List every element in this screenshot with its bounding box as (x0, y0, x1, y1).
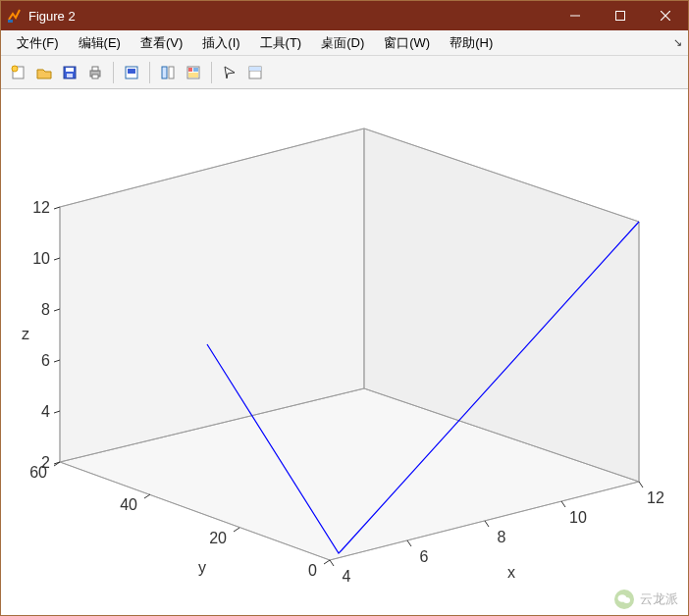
titlebar: Figure 2 (1, 1, 688, 30)
svg-point-6 (12, 66, 18, 72)
print-preview-button[interactable] (120, 61, 143, 84)
svg-rect-9 (67, 74, 73, 77)
new-figure-button[interactable] (7, 61, 30, 84)
toolbar-separator (149, 62, 150, 83)
xtick-label: 6 (420, 548, 429, 565)
svg-rect-8 (66, 68, 74, 72)
svg-rect-23 (249, 67, 261, 71)
dock-arrow-icon[interactable]: ↘ (673, 36, 682, 49)
toolbar-separator (113, 62, 114, 83)
xtick-label: 4 (343, 568, 351, 585)
svg-line-29 (54, 360, 60, 362)
z-axis-label: z (22, 326, 29, 342)
svg-line-38 (407, 540, 411, 546)
svg-line-40 (561, 501, 565, 507)
maximize-button[interactable] (598, 1, 643, 30)
svg-rect-20 (188, 73, 198, 77)
close-button[interactable] (643, 1, 688, 30)
wechat-icon (614, 590, 634, 609)
svg-rect-18 (188, 68, 192, 72)
save-button[interactable] (58, 61, 81, 84)
ytick-label: 40 (120, 496, 137, 513)
svg-line-31 (54, 258, 60, 260)
menubar: 文件(F) 编辑(E) 查看(V) 插入(I) 工具(T) 桌面(D) 窗口(W… (1, 30, 688, 56)
menu-desktop[interactable]: 桌面(D) (311, 31, 374, 55)
menu-file[interactable]: 文件(F) (7, 31, 69, 55)
ztick-label: 12 (32, 199, 50, 216)
y-axis-label: y (198, 559, 206, 576)
svg-rect-11 (92, 67, 98, 71)
svg-line-35 (144, 494, 150, 498)
toolbar (1, 56, 688, 89)
ztick-label: 6 (41, 352, 50, 369)
menu-edit[interactable]: 编辑(E) (69, 31, 131, 55)
ztick-label: 10 (32, 250, 50, 267)
window-title: Figure 2 (28, 9, 76, 24)
ytick-label: 20 (209, 530, 227, 546)
open-button[interactable] (32, 61, 56, 84)
svg-rect-15 (162, 67, 167, 78)
svg-line-39 (485, 521, 489, 527)
svg-rect-0 (8, 20, 13, 23)
svg-rect-19 (193, 68, 198, 72)
svg-line-30 (54, 309, 60, 311)
xtick-label: 8 (498, 529, 506, 545)
svg-line-28 (54, 411, 60, 413)
figure-window: Figure 2 文件(F) 编辑(E) 查看(V) 插入(I) 工具(T) 桌… (0, 0, 689, 616)
menu-view[interactable]: 查看(V) (131, 31, 192, 55)
link-plot-button[interactable] (156, 61, 180, 84)
x-axis-label: x (507, 564, 515, 581)
svg-line-37 (330, 560, 334, 566)
svg-line-33 (324, 560, 330, 564)
print-button[interactable] (83, 61, 107, 84)
axes-3d[interactable]: 2 4 6 8 10 12 0 20 40 60 (1, 89, 688, 615)
svg-rect-16 (169, 67, 174, 78)
colorbar-button[interactable] (182, 61, 205, 84)
edit-plot-button[interactable] (218, 61, 241, 84)
watermark: 云龙派 (614, 590, 678, 609)
property-inspector-button[interactable] (243, 61, 267, 84)
ytick-label: 60 (29, 464, 47, 481)
svg-line-32 (54, 207, 60, 209)
svg-rect-12 (92, 75, 98, 78)
menu-tools[interactable]: 工具(T) (250, 31, 312, 55)
ztick-label: 4 (41, 403, 50, 420)
svg-point-43 (623, 597, 630, 603)
menu-help[interactable]: 帮助(H) (440, 31, 503, 55)
matlab-icon (7, 8, 23, 24)
menu-insert[interactable]: 插入(I) (192, 31, 249, 55)
xtick-label: 12 (647, 489, 664, 506)
menu-window[interactable]: 窗口(W) (374, 31, 440, 55)
ztick-label: 8 (41, 301, 50, 318)
toolbar-separator (211, 62, 212, 83)
svg-line-34 (234, 528, 239, 532)
ytick-label: 0 (308, 562, 317, 579)
svg-line-41 (639, 482, 643, 488)
svg-rect-2 (616, 12, 625, 21)
minimize-button[interactable] (553, 1, 598, 30)
xtick-label: 10 (569, 509, 587, 526)
svg-rect-14 (128, 69, 135, 74)
watermark-text: 云龙派 (640, 590, 678, 608)
plot-svg: 2 4 6 8 10 12 0 20 40 60 (1, 89, 688, 615)
